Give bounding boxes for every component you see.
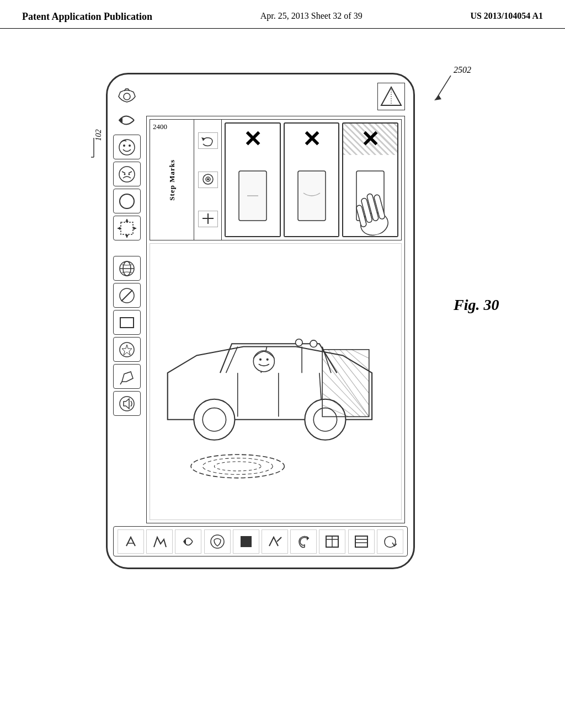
step-card-1[interactable]: ✕ bbox=[225, 122, 281, 237]
svg-line-36 bbox=[124, 372, 131, 374]
step-card-1-content bbox=[226, 155, 280, 236]
svg-line-1 bbox=[437, 76, 451, 98]
toolbar-icon-8[interactable] bbox=[319, 529, 345, 554]
svg-marker-27 bbox=[134, 227, 136, 230]
sm-undo-icon[interactable] bbox=[198, 132, 218, 149]
svg-point-83 bbox=[202, 458, 273, 475]
svg-point-80 bbox=[295, 339, 302, 346]
page-header: Patent Application Publication Apr. 25, … bbox=[0, 0, 565, 29]
step-marks-label: 2400 Step Marks bbox=[150, 120, 194, 240]
step-card-3-x: ✕ bbox=[361, 126, 380, 152]
svg-rect-93 bbox=[355, 536, 367, 547]
svg-rect-88 bbox=[241, 536, 252, 547]
label-2502-arrow: 2502 bbox=[404, 62, 503, 106]
sidebar-icon-speaker[interactable] bbox=[113, 391, 141, 416]
toolbar-icon-9[interactable] bbox=[348, 529, 375, 554]
sidebar-icon-face2[interactable] bbox=[113, 162, 141, 186]
patent-number: US 2013/104054 A1 bbox=[470, 11, 543, 21]
svg-marker-89 bbox=[307, 536, 309, 540]
page-content: 2502 Fig. 30 102 bbox=[0, 29, 565, 580]
step-card-2-x: ✕ bbox=[302, 126, 321, 152]
svg-line-70 bbox=[334, 350, 369, 393]
svg-point-15 bbox=[119, 167, 135, 182]
sidebar-icon-nosign[interactable] bbox=[113, 283, 141, 308]
bottom-toolbar bbox=[113, 526, 408, 556]
sm-add-icon[interactable] bbox=[198, 211, 218, 227]
svg-point-14 bbox=[129, 144, 131, 147]
step-card-2[interactable]: ✕ bbox=[284, 122, 340, 237]
label-102: 102 bbox=[91, 130, 105, 163]
step-marks-number: 2400 bbox=[153, 122, 167, 131]
toolbar-icon-7[interactable] bbox=[290, 529, 317, 554]
svg-rect-19 bbox=[121, 222, 133, 234]
svg-line-69 bbox=[328, 350, 369, 405]
toolbar-icon-3[interactable] bbox=[175, 529, 201, 554]
sidebar-left bbox=[113, 108, 146, 416]
svg-point-66 bbox=[266, 358, 269, 361]
svg-point-63 bbox=[313, 408, 337, 431]
toolbar-icon-5[interactable] bbox=[233, 529, 259, 554]
figure-label: Fig. 30 bbox=[454, 288, 520, 332]
svg-point-18 bbox=[120, 194, 134, 208]
svg-text:2502: 2502 bbox=[454, 65, 471, 74]
sidebar-icon-star[interactable] bbox=[113, 337, 141, 362]
diagram-container: 2502 Fig. 30 102 bbox=[34, 40, 531, 569]
svg-point-81 bbox=[310, 340, 317, 347]
toolbar-icon-10[interactable] bbox=[377, 529, 403, 554]
svg-point-16 bbox=[124, 173, 126, 175]
step-marks-icons-col bbox=[194, 120, 222, 240]
step-marks-panel: 2400 Step Marks bbox=[150, 119, 402, 240]
svg-point-41 bbox=[207, 178, 209, 180]
top-left-camera-icon[interactable] bbox=[113, 83, 141, 110]
svg-marker-24 bbox=[125, 219, 129, 222]
sheet-info: Apr. 25, 2013 Sheet 32 of 39 bbox=[260, 11, 363, 21]
sidebar-icon-face1[interactable] bbox=[113, 135, 141, 159]
sidebar-icon-pencil[interactable] bbox=[113, 364, 141, 389]
svg-line-71 bbox=[340, 350, 369, 382]
toolbar-icon-1[interactable] bbox=[118, 529, 144, 554]
svg-text:Fig. 30: Fig. 30 bbox=[454, 296, 499, 313]
toolbar-icon-2[interactable] bbox=[146, 529, 173, 554]
toolbar-icon-6[interactable] bbox=[262, 529, 288, 554]
tablet-main-content: 2400 Step Marks bbox=[146, 116, 405, 523]
toolbar-icon-4[interactable] bbox=[204, 529, 231, 554]
svg-line-35 bbox=[120, 382, 122, 384]
sidebar-icon-globe[interactable] bbox=[113, 256, 141, 281]
svg-point-7 bbox=[124, 93, 130, 100]
step-card-1-x: ✕ bbox=[243, 126, 262, 152]
sidebar-icon-rect[interactable] bbox=[113, 310, 141, 335]
svg-marker-25 bbox=[125, 235, 129, 238]
publication-title: Patent Application Publication bbox=[22, 11, 152, 23]
sidebar-icon-circle[interactable] bbox=[113, 189, 141, 213]
svg-marker-26 bbox=[118, 227, 120, 230]
svg-point-13 bbox=[123, 144, 125, 147]
tablet-device: 102 bbox=[106, 73, 415, 569]
svg-point-65 bbox=[259, 358, 262, 361]
svg-line-32 bbox=[121, 290, 132, 301]
svg-point-61 bbox=[202, 408, 226, 431]
svg-point-64 bbox=[253, 351, 274, 372]
top-right-triangle-icon[interactable] bbox=[377, 83, 405, 110]
step-marks-title: Step Marks bbox=[168, 159, 177, 201]
step-card-2-content bbox=[285, 155, 339, 236]
sm-target-icon[interactable] bbox=[198, 172, 218, 188]
svg-text:102: 102 bbox=[94, 130, 103, 141]
svg-marker-38 bbox=[201, 137, 205, 141]
svg-point-84 bbox=[214, 462, 261, 471]
svg-line-53 bbox=[226, 347, 238, 373]
main-image-area bbox=[150, 243, 402, 520]
svg-point-17 bbox=[129, 173, 130, 175]
sidebar-icon-back[interactable] bbox=[113, 108, 141, 132]
sidebar-icon-transform[interactable] bbox=[113, 216, 141, 240]
svg-rect-33 bbox=[120, 318, 134, 328]
